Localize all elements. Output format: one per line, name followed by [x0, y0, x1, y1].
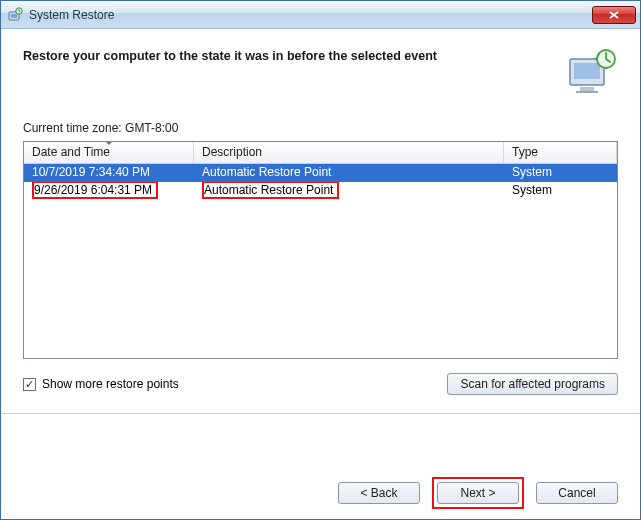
cell-datetime: 10/7/2019 7:34:40 PM — [24, 164, 194, 182]
wizard-footer: < Back Next > Cancel — [1, 467, 640, 519]
cell-description: Automatic Restore Point — [194, 164, 504, 182]
table-header: Date and Time Description Type — [24, 142, 617, 164]
timezone-label: Current time zone: GMT-8:00 — [23, 121, 618, 135]
column-header-datetime[interactable]: Date and Time — [24, 142, 194, 163]
cell-datetime: 9/26/2019 6:04:31 PM — [24, 182, 194, 200]
svg-rect-6 — [576, 91, 598, 93]
scan-affected-button[interactable]: Scan for affected programs — [447, 373, 618, 395]
table-row[interactable]: 9/26/2019 6:04:31 PM Automatic Restore P… — [24, 182, 617, 200]
svg-rect-1 — [11, 14, 17, 18]
cell-type: System — [504, 182, 617, 200]
table-body: 10/7/2019 7:34:40 PM Automatic Restore P… — [24, 164, 617, 200]
system-restore-icon — [7, 7, 23, 23]
below-table-row: ✓ Show more restore points Scan for affe… — [23, 373, 618, 395]
svg-rect-5 — [580, 87, 594, 91]
close-button[interactable] — [592, 6, 636, 24]
system-restore-window: System Restore Restore your computer to … — [0, 0, 641, 520]
restore-monitor-icon — [566, 47, 618, 99]
sort-indicator-icon — [105, 141, 113, 145]
cell-type: System — [504, 164, 617, 182]
checkbox-box: ✓ — [23, 378, 36, 391]
column-header-description[interactable]: Description — [194, 142, 504, 163]
titlebar: System Restore — [1, 1, 640, 29]
svg-rect-4 — [574, 63, 600, 79]
cancel-button[interactable]: Cancel — [536, 482, 618, 504]
close-icon — [609, 11, 619, 19]
back-button[interactable]: < Back — [338, 482, 420, 504]
column-header-type[interactable]: Type — [504, 142, 617, 163]
next-button[interactable]: Next > — [437, 482, 519, 504]
separator — [1, 413, 640, 414]
cell-description: Automatic Restore Point — [194, 182, 504, 200]
table-row[interactable]: 10/7/2019 7:34:40 PM Automatic Restore P… — [24, 164, 617, 182]
annotation-highlight: Next > — [432, 477, 524, 509]
column-header-text: Date and Time — [32, 145, 110, 159]
content-area: Restore your computer to the state it wa… — [1, 29, 640, 467]
header-row: Restore your computer to the state it wa… — [23, 47, 618, 99]
restore-points-table: Date and Time Description Type 10/7/2019… — [23, 141, 618, 359]
checkbox-label: Show more restore points — [42, 377, 179, 391]
annotation-highlight: 9/26/2019 6:04:31 PM — [32, 182, 158, 199]
page-headline: Restore your computer to the state it wa… — [23, 47, 556, 63]
window-title: System Restore — [29, 8, 592, 22]
annotation-highlight: Automatic Restore Point — [202, 182, 339, 199]
show-more-checkbox[interactable]: ✓ Show more restore points — [23, 377, 179, 391]
